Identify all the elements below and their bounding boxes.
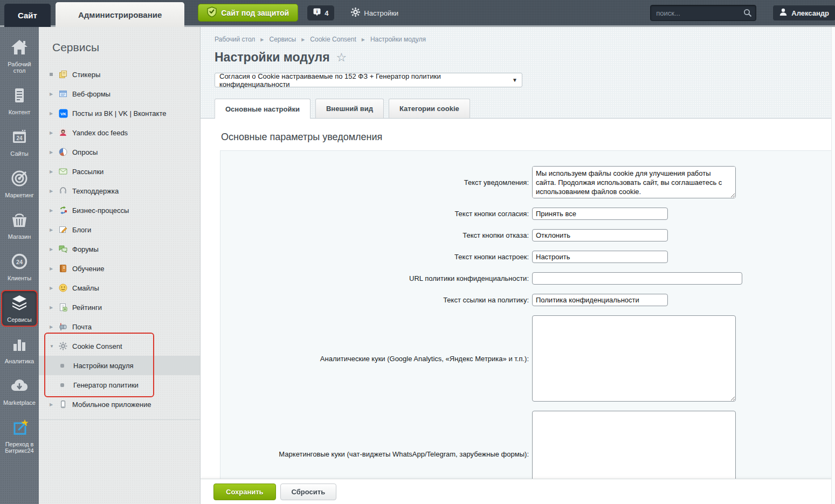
rail-item-label: Клиенты xyxy=(8,275,31,281)
site-protected-button[interactable]: Сайт под защитой xyxy=(198,4,298,22)
expand-arrow-icon[interactable]: ▶ xyxy=(50,402,57,407)
expand-arrow-icon[interactable]: ▶ xyxy=(50,305,57,310)
rail-item-sites[interactable]: 24Сайты xyxy=(1,124,38,161)
save-button[interactable]: Сохранить xyxy=(213,484,276,500)
expand-arrow-icon[interactable]: ▶ xyxy=(50,169,57,174)
rail-item-home[interactable]: Рабочий стол xyxy=(1,34,38,78)
protect-button-label: Сайт под защитой xyxy=(221,9,289,17)
search-icon[interactable] xyxy=(743,9,752,19)
sidebar-item-стикеры[interactable]: Стикеры xyxy=(39,65,200,84)
rail-item-layers[interactable]: Сервисы xyxy=(1,290,38,327)
sidebar-item-label: Техподдержка xyxy=(72,187,119,195)
policy-link-text-input[interactable] xyxy=(532,294,668,306)
expand-arrow-icon[interactable]: ▶ xyxy=(50,247,57,252)
sidebar-title: Сервисы xyxy=(52,41,200,54)
notifications-badge[interactable]: i 4 xyxy=(307,5,335,21)
sidebar-item-техподдержка[interactable]: ▶Техподдержка xyxy=(39,181,200,201)
scrollbar-track[interactable] xyxy=(831,27,835,504)
favorite-star-icon[interactable]: ☆ xyxy=(336,52,347,63)
sidebar-item-почта[interactable]: ▶Почта xyxy=(39,317,200,336)
expand-arrow-icon[interactable]: ▶ xyxy=(50,150,57,155)
ratings-icon xyxy=(58,302,68,312)
expand-arrow-icon[interactable]: ▶ xyxy=(50,325,57,329)
settings-form-panel: Текст уведомления:Мы используем файлы co… xyxy=(220,150,835,504)
blogs-icon xyxy=(58,225,68,234)
support-icon xyxy=(58,186,68,196)
settings-button-text-input[interactable] xyxy=(532,251,668,263)
accept-button-text-input[interactable] xyxy=(532,208,668,220)
sidebar-item-блоги[interactable]: ▶Блоги xyxy=(39,220,200,239)
tab-категории-cookie[interactable]: Категории cookie xyxy=(389,99,470,118)
form-row: URL политики конфиденциальности: xyxy=(220,272,834,285)
topbar-search xyxy=(650,5,756,21)
sidebar-item-label: Обучение xyxy=(72,265,104,273)
sidebar-item-обучение[interactable]: ▶Обучение xyxy=(39,259,200,278)
sidebar-item-генератор-политики[interactable]: Генератор политики xyxy=(39,375,200,395)
sidebar-item-настройки-модуля[interactable]: Настройки модуля xyxy=(39,356,200,375)
search-input[interactable] xyxy=(650,5,756,21)
expand-arrow-icon[interactable]: ▶ xyxy=(50,208,57,213)
clients-icon: 24 xyxy=(10,253,29,272)
policy-url-input[interactable] xyxy=(532,272,742,285)
sidebar-item-label: Бизнес-процессы xyxy=(72,206,129,215)
rail-item-label: Сервисы xyxy=(7,316,32,323)
rail-item-document[interactable]: Контент xyxy=(1,82,38,119)
expand-arrow-icon[interactable]: ▶ xyxy=(50,286,57,291)
form-row: Текст ссылки на политику: xyxy=(220,294,834,306)
rail-item-clients[interactable]: 24Клиенты xyxy=(1,248,38,285)
rail-item-label: Маркетинг xyxy=(5,192,33,198)
decline-button-text-input[interactable] xyxy=(532,229,668,241)
rail-item-chart[interactable]: Аналитика xyxy=(1,332,38,368)
reset-button[interactable]: Сбросить xyxy=(280,484,337,500)
expand-arrow-icon[interactable]: ▶ xyxy=(50,227,57,232)
analytics-cookies-input[interactable] xyxy=(532,315,736,402)
preset-select[interactable]: Согласия о Cookie настраиваемые по 152 Ф… xyxy=(215,73,522,87)
breadcrumb-item[interactable]: Сервисы xyxy=(269,36,296,43)
accept-button-text-label: Текст кнопки согласия: xyxy=(220,210,532,218)
sidebar-item-опросы[interactable]: ▶Опросы xyxy=(39,142,200,162)
info-bubble-icon: i xyxy=(313,8,321,18)
rail-item-bitrix24[interactable]: Переход в Битрикс24 xyxy=(1,415,38,458)
svg-text:24: 24 xyxy=(16,259,23,265)
breadcrumb-item[interactable]: Рабочий стол xyxy=(215,36,255,43)
expand-arrow-icon[interactable]: ▶ xyxy=(50,266,57,271)
sidebar-item-label: Cookie Consent xyxy=(72,342,122,350)
tab-site[interactable]: Сайт xyxy=(4,4,51,27)
sidebar-item-мобильное-приложение[interactable]: ▶Мобильное приложение xyxy=(39,395,200,414)
sidebar-item-форумы[interactable]: ▶Форумы xyxy=(39,239,200,259)
topbar-settings-label: Настройки xyxy=(364,9,398,17)
expand-arrow-icon[interactable]: ▶ xyxy=(50,130,57,135)
sidebar-item-веб-формы[interactable]: ▶Веб-формы xyxy=(39,84,200,103)
sidebar-item-рейтинги[interactable]: ▶Рейтинги xyxy=(39,298,200,317)
breadcrumb-item[interactable]: Настройки модуля xyxy=(370,36,426,43)
sidebar-item-cookie-consent[interactable]: ▼Cookie Consent xyxy=(39,336,200,356)
expand-arrow-icon[interactable]: ▶ xyxy=(50,92,57,96)
sidebar-item-бизнес-процессы[interactable]: ▶Бизнес-процессы xyxy=(39,201,200,220)
tab-основные-настройки[interactable]: Основные настройки xyxy=(215,99,310,119)
rail-item-basket[interactable]: Магазин xyxy=(1,207,38,244)
sidebar-item-посты-из-вк-vk-вконтакте[interactable]: ▶VKПосты из ВК | VK | Вконтакте xyxy=(39,103,200,123)
expand-arrow-icon[interactable]: ▶ xyxy=(50,111,57,116)
analytics-cookies-label: Аналитические куки (Google Analytics, «Я… xyxy=(220,355,532,363)
expand-arrow-icon[interactable]: ▶ xyxy=(50,189,57,194)
tab-administration[interactable]: Администрирование xyxy=(56,2,184,27)
gear-icon xyxy=(58,341,68,351)
basket-icon xyxy=(10,211,29,231)
rail-item-target[interactable]: Маркетинг xyxy=(1,165,38,202)
user-menu-button[interactable]: Александр xyxy=(772,5,835,21)
bizproc-icon xyxy=(58,205,68,215)
shield-check-icon xyxy=(207,6,217,19)
rail-item-cloud[interactable]: Marketplace xyxy=(1,373,38,410)
sidebar-item-label: Веб-формы xyxy=(72,90,111,98)
notice-text-input[interactable]: Мы используем файлы cookie для улучшения… xyxy=(532,166,736,198)
collapse-arrow-icon[interactable]: ▼ xyxy=(50,344,57,349)
tab-внешний-вид[interactable]: Внешний вид xyxy=(315,99,384,118)
rail-item-label: Аналитика xyxy=(5,358,34,364)
rail-item-label: Магазин xyxy=(8,233,31,240)
topbar-settings-button[interactable]: Настройки xyxy=(351,8,398,18)
sidebar-item-смайлы[interactable]: ▶Смайлы xyxy=(39,278,200,298)
sidebar-item-yandex-doc-feeds[interactable]: ▶Yandex doc feeds xyxy=(39,123,200,142)
icon-rail: Рабочий столКонтент24СайтыМаркетингМагаз… xyxy=(0,27,39,504)
sidebar-item-рассылки[interactable]: ▶Рассылки xyxy=(39,162,200,181)
breadcrumb-item[interactable]: Cookie Consent xyxy=(310,36,356,43)
